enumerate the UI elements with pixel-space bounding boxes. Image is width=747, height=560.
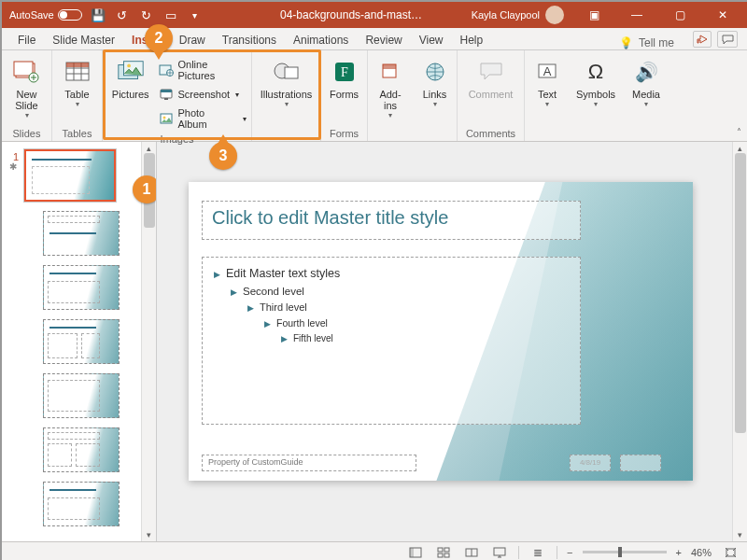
callout-1: 1	[133, 175, 157, 203]
layout-thumbnail[interactable]	[43, 427, 120, 472]
dropdown-icon: ▾	[644, 100, 648, 108]
layout-thumbnail[interactable]	[43, 482, 120, 526]
callout-2: 2	[145, 24, 173, 52]
ribbon: New Slide ▾ Slides Table ▾ Tables Pic	[2, 50, 747, 142]
zoom-in-icon[interactable]: +	[676, 547, 682, 558]
links-button[interactable]: Links ▾	[417, 53, 452, 108]
symbols-button[interactable]: Ω Symbols▾	[574, 53, 617, 108]
scroll-down-icon[interactable]: ▾	[147, 530, 151, 539]
redo-icon[interactable]: ↻	[138, 7, 155, 23]
svg-rect-27	[444, 548, 449, 552]
zoom-out-icon[interactable]: −	[567, 547, 572, 558]
footer-placeholder[interactable]: Property of CustomGuide	[202, 455, 416, 471]
table-icon	[63, 57, 92, 87]
tell-me-search[interactable]: 💡 Tell me	[619, 36, 674, 49]
dropdown-icon: ▾	[594, 100, 598, 108]
layout-thumbnail[interactable]	[43, 211, 120, 256]
bullet-level-1[interactable]: Edit Master text styles	[214, 267, 569, 280]
svg-rect-31	[494, 548, 505, 555]
maximize-button[interactable]: ▢	[659, 2, 700, 28]
collapse-ribbon-icon[interactable]: ˄	[737, 127, 741, 137]
slide-show-icon[interactable]	[490, 545, 509, 560]
avatar	[545, 6, 564, 24]
photo-album-button[interactable]: Photo Album▾	[159, 105, 247, 132]
shapes-icon	[272, 57, 302, 87]
notes-button[interactable]: ≣	[529, 545, 547, 560]
comments-pane-button[interactable]	[717, 31, 738, 48]
layout-thumbnail[interactable]	[43, 319, 120, 364]
layout-thumbnail[interactable]	[43, 265, 120, 310]
pictures-button[interactable]: Pictures	[107, 53, 153, 100]
reading-view-icon[interactable]	[462, 545, 481, 560]
bullet-level-4[interactable]: Fourth level	[214, 317, 569, 329]
zoom-slider[interactable]	[583, 551, 667, 553]
photo-album-icon	[159, 111, 174, 126]
qat-customize-icon[interactable]: ▾	[187, 7, 204, 23]
tab-view[interactable]: View	[411, 31, 452, 49]
forms-button[interactable]: F Forms	[326, 53, 362, 100]
zoom-level[interactable]: 46%	[691, 547, 712, 558]
title-placeholder[interactable]: Click to edit Master title style	[202, 201, 581, 240]
autosave-toggle[interactable]: AutoSave	[9, 9, 82, 21]
screenshot-button[interactable]: Screenshot▾	[159, 85, 247, 104]
scroll-down-icon[interactable]: ▾	[738, 530, 742, 539]
tab-file[interactable]: File	[9, 31, 44, 49]
dropdown-icon: ▾	[388, 111, 392, 119]
illustrations-button[interactable]: Illustrations ▾	[257, 53, 316, 108]
bullet-level-3[interactable]: Third level	[214, 301, 569, 313]
normal-view-icon[interactable]	[406, 545, 425, 560]
link-icon	[420, 57, 450, 87]
tab-animations[interactable]: Animations	[285, 31, 357, 49]
editor-scrollbar[interactable]: ▴ ▾	[732, 142, 747, 541]
bullet-level-5[interactable]: Fifth level	[214, 333, 569, 343]
ribbon-display-options-icon[interactable]: ▣	[573, 2, 614, 28]
online-pictures-button[interactable]: Online Pictures	[159, 57, 247, 83]
content-placeholder[interactable]: Edit Master text styles Second level Thi…	[202, 257, 581, 425]
addins-button[interactable]: Add- ins ▾	[373, 53, 408, 119]
tab-transitions[interactable]: Transitions	[214, 31, 285, 49]
user-account[interactable]: Kayla Claypool	[472, 6, 571, 24]
tab-draw[interactable]: Draw	[171, 31, 214, 49]
workspace: 1 ✱ ▴ ▾	[2, 142, 747, 541]
svg-rect-4	[66, 63, 89, 67]
svg-point-14	[163, 117, 166, 119]
minimize-button[interactable]: ―	[616, 2, 657, 28]
scroll-up-icon[interactable]: ▴	[147, 144, 151, 153]
save-icon[interactable]: 💾	[90, 7, 106, 23]
title-bar: AutoSave 💾 ↺ ↻ ▭ ▾ 04-backgrounds-and-ma…	[2, 2, 747, 28]
media-button[interactable]: 🔊 Media▾	[627, 53, 666, 108]
slide-number: 1	[9, 149, 19, 162]
slide-thumbnail-panel: 1 ✱ ▴ ▾	[2, 142, 157, 541]
share-button[interactable]	[693, 31, 712, 48]
undo-icon[interactable]: ↺	[114, 7, 131, 23]
master-slide-thumbnail[interactable]	[24, 149, 116, 202]
svg-rect-25	[410, 548, 414, 557]
fit-to-window-icon[interactable]	[721, 545, 740, 560]
bullet-level-2[interactable]: Second level	[214, 286, 569, 297]
tab-help[interactable]: Help	[452, 31, 492, 49]
slide-number-placeholder[interactable]	[620, 455, 661, 471]
group-label-comments: Comments	[462, 126, 519, 139]
text-button[interactable]: A Text▾	[529, 53, 565, 108]
tab-slide-master[interactable]: Slide Master	[44, 31, 123, 49]
table-button[interactable]: Table ▾	[57, 53, 97, 108]
tab-review[interactable]: Review	[357, 31, 410, 49]
slide-sorter-icon[interactable]	[434, 545, 453, 560]
media-icon: 🔊	[631, 57, 661, 87]
toggle-off-icon	[58, 9, 82, 21]
start-from-beginning-icon[interactable]: ▭	[162, 7, 179, 23]
group-label-forms: Forms	[326, 126, 362, 139]
scroll-up-icon[interactable]: ▴	[738, 144, 742, 153]
svg-rect-26	[438, 548, 443, 552]
scroll-thumb[interactable]	[735, 153, 746, 433]
slide-canvas[interactable]: Click to edit Master title style Edit Ma…	[189, 182, 693, 481]
close-button[interactable]: ✕	[702, 2, 743, 28]
dropdown-icon: ▾	[25, 111, 29, 119]
text-box-icon: A	[532, 57, 562, 87]
new-slide-button[interactable]: New Slide ▾	[7, 53, 47, 119]
group-label-slides: Slides	[7, 126, 47, 139]
layout-thumbnail[interactable]	[43, 373, 120, 418]
addins-icon	[375, 57, 405, 87]
group-label-tables: Tables	[57, 126, 97, 139]
date-placeholder[interactable]: 4/8/19	[570, 455, 611, 471]
